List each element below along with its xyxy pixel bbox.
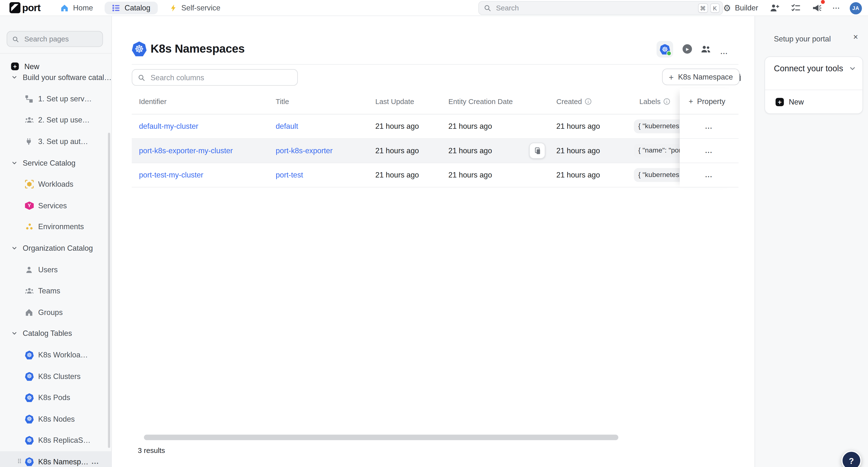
sidebar-item-setup-users[interactable]: 2. Set up use… — [0, 110, 112, 131]
gear-icon: ⚙ — [723, 4, 731, 12]
catalog-icon — [112, 4, 120, 12]
announcements-button[interactable] — [812, 3, 822, 13]
kubernetes-icon: ☸ — [25, 457, 34, 466]
app-window: port Home Catalog Self-service ⌘ — [0, 0, 868, 467]
row-more-button[interactable]: ••• — [705, 146, 713, 156]
sidebar-group-label: Service Catalog — [23, 159, 75, 167]
global-search[interactable]: ⌘ K — [478, 1, 723, 15]
user-avatar[interactable]: JA — [850, 2, 862, 14]
sidebar-item-label: K8s ReplicaS… — [38, 436, 91, 444]
sidebar-item-setup-service[interactable]: 1. Set up serv… — [0, 88, 112, 110]
setup-new-button[interactable]: + New — [765, 90, 862, 114]
column-header-title[interactable]: Title — [269, 89, 368, 114]
search-columns-input[interactable] — [150, 73, 292, 82]
builder-button[interactable]: ⚙ Builder — [723, 4, 758, 12]
sidebar-item-setup-automations[interactable]: 3. Set up aut… — [0, 131, 112, 152]
data-source-status-button[interactable]: ☸ — [657, 41, 673, 58]
sidebar-item-groups[interactable]: Groups — [0, 302, 112, 323]
audience-button[interactable] — [701, 44, 711, 54]
tasks-checklist-button[interactable] — [791, 3, 800, 13]
sidebar-group-catalog-tables[interactable]: Catalog Tables — [0, 323, 112, 344]
search-columns[interactable] — [132, 69, 298, 86]
info-icon[interactable] — [663, 98, 671, 105]
sidebar-item-users[interactable]: Users — [0, 259, 112, 280]
sidebar-item-label: 1. Set up serv… — [38, 95, 92, 103]
sidebar-group-service-catalog[interactable]: Service Catalog — [0, 152, 112, 174]
row-more-button[interactable]: ••• — [705, 122, 713, 131]
users-group-icon — [25, 287, 34, 295]
sidebar-item-services[interactable]: Y Services — [0, 195, 112, 216]
table-row[interactable]: port-test-my-cluster port-test 21 hours … — [132, 163, 739, 188]
last-update-cell: 21 hours ago — [368, 163, 441, 187]
notification-dot — [820, 0, 825, 4]
sidebar-group-label: Catalog Tables — [23, 330, 72, 338]
sidebar-item-label: K8s Workloa… — [38, 351, 88, 359]
sidebar-item-k8s-clusters[interactable]: ☸ K8s Clusters — [0, 366, 112, 387]
more-menu-button[interactable]: ••• — [833, 6, 840, 10]
play-button[interactable]: ▶ — [683, 44, 692, 54]
more-icon: ••• — [705, 175, 713, 178]
row-more-button[interactable]: ••• — [705, 170, 713, 180]
global-search-input[interactable] — [495, 3, 698, 13]
column-header-entity-creation-date[interactable]: Entity Creation Date — [441, 89, 549, 114]
sidebar-item-k8s-nodes[interactable]: ☸ K8s Nodes — [0, 408, 112, 430]
sidebar-item-k8s-namespaces[interactable]: ⠿ ☸ K8s Namesp… ••• — [0, 451, 112, 467]
sidebar-search-input[interactable] — [23, 34, 98, 44]
sidebar-item-workloads[interactable]: Workloads — [0, 174, 112, 195]
item-more-button[interactable]: ••• — [92, 457, 99, 467]
sidebar-group-organization-catalog[interactable]: Organization Catalog — [0, 238, 112, 259]
home-icon — [60, 4, 69, 12]
identifier-link[interactable]: default-my-cluster — [139, 122, 198, 130]
top-navbar: port Home Catalog Self-service ⌘ — [0, 0, 868, 16]
table-row[interactable]: default-my-cluster default 21 hours ago … — [132, 114, 739, 139]
kubernetes-icon: ☸ — [25, 393, 34, 402]
sidebar-item-environments[interactable]: Environments — [0, 216, 112, 238]
created-cell: 21 hours ago — [549, 114, 632, 138]
sidebar-nav-list: Build your software catal… 1. Set up ser… — [0, 67, 112, 467]
setup-portal-panel: Setup your portal × Connect your tools +… — [754, 16, 868, 467]
sidebar-item-k8s-workloads[interactable]: ☸ K8s Workloa… — [0, 344, 112, 366]
logo-text: port — [22, 2, 40, 13]
column-header-created[interactable]: Created — [549, 89, 632, 114]
sidebar-item-label: Groups — [38, 308, 63, 316]
add-property-button[interactable]: + Property — [680, 89, 739, 114]
nav-catalog[interactable]: Catalog — [104, 1, 158, 14]
column-header-last-update[interactable]: Last Update — [368, 89, 441, 114]
invite-users-button[interactable] — [770, 3, 779, 13]
nav-self-service-label: Self-service — [181, 4, 220, 12]
title-link[interactable]: port-test — [276, 171, 303, 179]
sidebar-item-label: K8s Nodes — [38, 415, 75, 423]
add-entity-button[interactable]: + K8s Namespace — [662, 69, 740, 85]
sidebar-group-build-software[interactable]: Build your software catal… — [0, 67, 112, 88]
copy-value-button[interactable] — [529, 142, 545, 159]
setup-card: Connect your tools + New — [765, 57, 863, 114]
sidebar-item-k8s-replicasets[interactable]: ☸ K8s ReplicaS… — [0, 430, 112, 451]
page-more-button[interactable]: ••• — [721, 47, 728, 57]
title-link[interactable]: port-k8s-exporter — [276, 146, 333, 155]
close-icon[interactable]: × — [853, 33, 858, 41]
nav-home[interactable]: Home — [59, 1, 94, 14]
sidebar-item-teams[interactable]: Teams — [0, 280, 112, 302]
port-logo-icon — [9, 2, 21, 13]
lightning-icon — [169, 4, 177, 12]
horizontal-scrollbar[interactable] — [144, 435, 618, 440]
chevron-down-icon — [12, 160, 17, 166]
chevron-down-icon — [12, 75, 17, 80]
identifier-link[interactable]: port-k8s-exporter-my-cluster — [139, 146, 233, 155]
port-logo[interactable]: port — [9, 2, 40, 13]
connect-tools-section[interactable]: Connect your tools — [774, 64, 856, 73]
nav-self-service[interactable]: Self-service — [168, 1, 221, 14]
sidebar-search[interactable] — [6, 31, 103, 47]
sidebar-group-label: Organization Catalog — [23, 244, 93, 253]
sidebar-scrollbar[interactable] — [108, 133, 110, 448]
column-header-identifier[interactable]: Identifier — [132, 89, 269, 114]
drag-handle-icon[interactable]: ⠿ — [17, 458, 22, 465]
info-icon[interactable] — [585, 98, 592, 105]
title-link[interactable]: default — [276, 122, 298, 130]
table-row[interactable]: port-k8s-exporter-my-cluster port-k8s-ex… — [132, 139, 739, 163]
identifier-link[interactable]: port-test-my-cluster — [139, 171, 203, 179]
sidebar-item-label: Workloads — [38, 180, 73, 189]
sidebar-item-label: K8s Namesp… — [38, 458, 88, 466]
sidebar-item-k8s-pods[interactable]: ☸ K8s Pods — [0, 387, 112, 408]
person-icon — [25, 266, 33, 274]
